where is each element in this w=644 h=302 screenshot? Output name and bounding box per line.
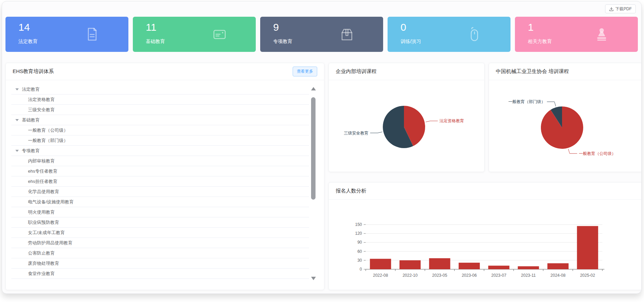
tree-item-row[interactable]: 三级安全教育 (11, 105, 309, 115)
stat-label: 训练/演习 (401, 39, 421, 45)
scroll-up-arrow-icon[interactable] (311, 87, 316, 90)
stat-card-basic-education[interactable]: 11 基础教育 (133, 17, 256, 52)
x-tick-label: 2022-10 (403, 273, 418, 278)
tree-group-row[interactable]: 法定教育 (11, 84, 309, 95)
stat-card-training-drill[interactable]: 0 训练/演习 (388, 17, 510, 52)
download-icon (609, 7, 614, 11)
tree-item-row[interactable]: 女工/未成年工教育 (11, 228, 309, 238)
tree-item-label: 专项教育 (22, 148, 40, 154)
view-more-button[interactable]: 查看更多 (293, 67, 317, 76)
x-tick-label: 2023-05 (432, 273, 447, 278)
stat-value: 14 (18, 21, 30, 33)
tree-item-row[interactable]: 一般教育（部门级） (11, 135, 309, 146)
enrollment-bar-chart: 03060901201502022-082022-102023-052023-0… (329, 183, 642, 290)
pie-label-line (370, 132, 382, 133)
tree-item-label: 明火使用教育 (28, 209, 55, 215)
internal-training-pie-chart: 法定资格教育三级安全教育 (329, 63, 485, 172)
tree-item-row[interactable]: 法定资格教育 (11, 95, 309, 105)
stat-value: 1 (528, 21, 534, 33)
y-tick-label: 60 (358, 249, 362, 254)
tree-item-row[interactable]: 内部审核教育 (11, 156, 309, 166)
tree-item-label: 食堂作业教育 (28, 271, 55, 277)
pie-label-line (547, 102, 556, 106)
scroll-down-arrow-icon[interactable] (311, 277, 316, 280)
tree-item-label: 一般教育（部门级） (28, 138, 68, 144)
panel-header: EHS教育培训体系 查看更多 (6, 63, 324, 80)
tree-item-label: 化学品使用教育 (28, 189, 59, 195)
y-tick-label: 150 (355, 222, 362, 227)
stat-card-legal-education[interactable]: 14 法定教育 (5, 17, 128, 52)
bar[interactable] (518, 266, 539, 269)
enrollment-analysis-panel: 报名人数分析 03060901201502022-082022-102023-0… (328, 182, 642, 290)
pie-label-line (425, 121, 438, 122)
bar[interactable] (488, 266, 509, 270)
tree-scrollbar[interactable] (310, 87, 317, 280)
tree-item-label: 废弃物处理教育 (28, 260, 59, 267)
tree-item-label: 女工/未成年工教育 (28, 230, 65, 236)
bar[interactable] (429, 258, 450, 269)
tree-item-row[interactable]: ehs专任者教育 (11, 166, 309, 176)
tree-item-row[interactable]: 食堂作业教育 (11, 269, 309, 279)
stat-cards-row: 14 法定教育 11 基础教育 9 专项教育 (5, 17, 638, 52)
stat-card-related-party-education[interactable]: 1 相关方教育 (515, 17, 638, 52)
tree-group-row[interactable]: 专项教育 (11, 146, 309, 156)
tree-item-label: 一般教育（公司级） (28, 127, 68, 133)
tree-item-label: 法定资格教育 (28, 97, 55, 103)
tree-item-label: ehs专任者教育 (28, 168, 57, 174)
association-training-pie-chart: 一般教育（公司级）一般教育（部门级） (489, 63, 642, 172)
caret-down-icon[interactable] (15, 150, 19, 152)
bar[interactable] (577, 226, 598, 269)
stat-label: 专项教育 (273, 39, 292, 45)
bar[interactable] (459, 263, 480, 269)
ehs-dashboard-page: 下载PDF 14 法定教育 11 基础教育 9 专项教育 (2, 1, 642, 294)
tree-item-row[interactable]: 电气设备/设施使用教育 (11, 197, 309, 207)
tree-item-row[interactable]: 明火使用教育 (11, 207, 309, 217)
stat-value: 11 (146, 21, 156, 33)
scrollbar-thumb[interactable] (311, 97, 316, 200)
ehs-training-system-panel: EHS教育培训体系 查看更多 法定教育法定资格教育三级安全教育基础教育一般教育（… (5, 63, 324, 290)
bar[interactable] (547, 263, 569, 270)
tree-item-label: 内部审核教育 (28, 158, 55, 164)
stat-label: 相关方教育 (528, 39, 552, 45)
bar[interactable] (400, 260, 421, 269)
x-tick-label: 2023-07 (491, 273, 506, 278)
x-tick-label: 2024-08 (550, 273, 565, 278)
pie-label: 一般教育（公司级） (579, 151, 616, 156)
stat-card-special-education[interactable]: 9 专项教育 (260, 17, 383, 52)
bar[interactable] (370, 259, 391, 269)
tree-item-row[interactable]: ehs担任者教育 (11, 176, 309, 187)
y-tick-label: 120 (355, 231, 362, 236)
tree-item-label: 职业病预防教育 (28, 219, 59, 226)
pie-label: 法定资格教育 (439, 118, 464, 123)
tree-item-label: 电气设备/设施使用教育 (28, 199, 74, 205)
tree-item-row[interactable]: 公害防止教育 (11, 248, 309, 258)
internal-training-pie-panel: 企业内部培训课程 法定资格教育三级安全教育 (328, 63, 485, 172)
pie-label: 三级安全教育 (344, 131, 368, 135)
document-icon (84, 26, 100, 43)
tree-item-label: 三级安全教育 (28, 107, 55, 113)
x-tick-label: 2023-11 (521, 273, 536, 278)
y-tick-label: 90 (358, 240, 362, 245)
caret-down-icon[interactable] (15, 88, 19, 90)
stat-label: 基础教育 (146, 39, 165, 45)
download-pdf-label: 下载PDF (615, 6, 632, 12)
tree-item-row[interactable]: 废弃物处理教育 (11, 258, 309, 269)
tree-item-row[interactable]: 职业病预防教育 (11, 217, 309, 228)
association-training-pie-panel: 中国机械工业卫生协会 培训课程 一般教育（公司级）一般教育（部门级） (489, 63, 642, 172)
tree-item-row[interactable]: 化学品使用教育 (11, 187, 309, 197)
x-tick-label: 2022-08 (373, 273, 388, 278)
stat-value: 0 (401, 21, 406, 33)
y-tick-label: 0 (360, 267, 362, 272)
x-tick-label: 2023-06 (462, 273, 477, 278)
tree-item-row[interactable]: 劳动防护用品使用教育 (11, 238, 309, 248)
tree-item-label: 基础教育 (22, 117, 40, 123)
tree-item-label: 法定教育 (22, 86, 40, 92)
tree-item-row[interactable]: 一般教育（公司级） (11, 125, 309, 135)
tree-item-label: ehs担任者教育 (28, 178, 57, 185)
mouse-icon (466, 26, 482, 43)
caret-down-icon[interactable] (15, 119, 19, 121)
tree-group-row[interactable]: 基础教育 (11, 115, 309, 125)
download-pdf-button[interactable]: 下载PDF (605, 4, 636, 13)
package-icon (339, 26, 355, 43)
stat-label: 法定教育 (18, 39, 38, 45)
